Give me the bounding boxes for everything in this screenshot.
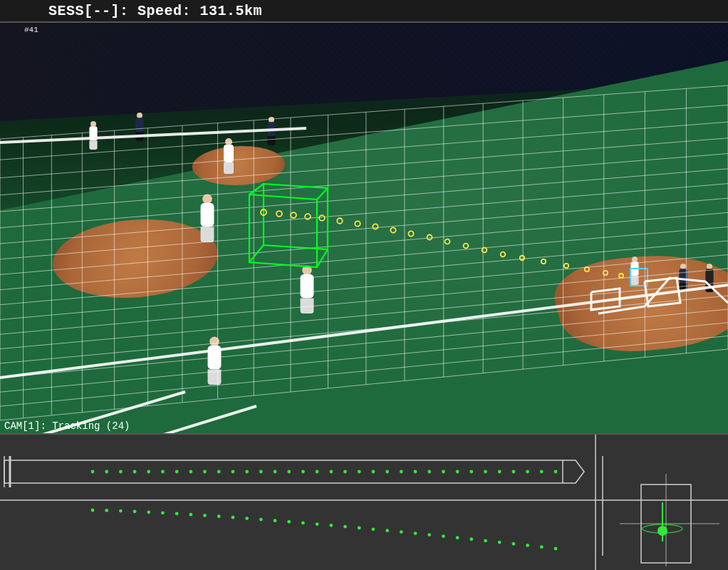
svg-point-131	[287, 520, 291, 524]
svg-point-132	[301, 522, 305, 525]
session-prefix: SESS[	[48, 3, 93, 19]
svg-point-146	[498, 541, 501, 544]
svg-point-91	[203, 470, 207, 474]
svg-point-97	[287, 470, 291, 474]
svg-point-84	[105, 470, 108, 474]
svg-point-107	[427, 470, 431, 474]
svg-point-105	[400, 470, 403, 474]
speed-unit: km	[244, 3, 262, 19]
svg-point-120	[133, 509, 137, 513]
svg-point-124	[189, 513, 192, 517]
svg-point-127	[232, 516, 235, 519]
svg-point-104	[385, 470, 389, 474]
svg-point-140	[414, 532, 417, 535]
svg-point-145	[484, 539, 487, 543]
cam-state: Tracking	[52, 420, 100, 432]
svg-point-142	[442, 534, 445, 538]
svg-point-149	[540, 545, 544, 549]
frame-number-value: 41	[29, 26, 38, 34]
svg-point-141	[427, 533, 431, 537]
svg-point-83	[91, 470, 95, 474]
svg-rect-72	[4, 460, 563, 483]
svg-line-41	[0, 128, 306, 142]
svg-point-123	[175, 512, 179, 516]
status-bar: SESS[--]: Speed: 131.5km	[0, 0, 728, 21]
speed-value: 131.5	[200, 3, 245, 19]
svg-point-85	[119, 470, 123, 474]
svg-point-138	[385, 529, 389, 532]
home-plate-marker	[630, 268, 648, 286]
svg-point-92	[217, 470, 221, 474]
svg-point-125	[203, 514, 207, 517]
svg-point-110	[469, 470, 473, 474]
svg-point-89	[175, 470, 179, 474]
svg-point-148	[526, 544, 529, 547]
svg-point-119	[119, 509, 123, 513]
camera-status: CAM[1]: Tracking (24)	[4, 420, 130, 432]
session-id: --	[93, 3, 111, 19]
tracking-video-panel[interactable]: #41 CAM[1]: Tracking (24)	[0, 21, 728, 435]
svg-point-147	[512, 542, 516, 546]
svg-point-115	[540, 470, 544, 474]
outfielder-center	[265, 117, 278, 145]
svg-point-101	[343, 470, 347, 474]
svg-point-96	[274, 470, 277, 474]
svg-point-116	[554, 470, 558, 474]
svg-point-150	[554, 547, 558, 551]
svg-point-93	[232, 470, 235, 474]
speed-label: Speed:	[137, 3, 200, 19]
svg-point-106	[414, 470, 417, 474]
svg-point-122	[161, 511, 165, 514]
outfielder-left	[87, 121, 100, 150]
svg-point-136	[358, 527, 361, 530]
svg-point-143	[456, 536, 459, 539]
session-suffix: ]:	[111, 3, 138, 19]
svg-point-108	[442, 470, 445, 474]
cam-count: 24	[112, 420, 124, 432]
svg-point-103	[372, 470, 375, 474]
svg-point-126	[217, 514, 221, 518]
svg-point-111	[484, 470, 487, 474]
svg-point-98	[301, 470, 305, 474]
frame-number: #41	[24, 26, 38, 34]
svg-point-117	[91, 509, 95, 512]
svg-point-114	[526, 470, 529, 474]
svg-point-102	[358, 470, 361, 474]
svg-point-130	[274, 519, 277, 522]
svg-point-90	[189, 470, 192, 474]
svg-point-135	[343, 525, 347, 529]
svg-point-133	[316, 522, 319, 526]
svg-point-129	[259, 518, 263, 522]
svg-point-109	[456, 470, 459, 474]
cam-suffix: ]:	[34, 420, 52, 432]
cam-id: 1	[28, 420, 34, 432]
svg-point-87	[147, 470, 150, 474]
svg-point-118	[105, 509, 108, 512]
svg-point-134	[329, 524, 333, 527]
svg-point-137	[372, 527, 375, 531]
umpire-field	[133, 113, 146, 141]
frame-number-prefix: #	[24, 26, 29, 34]
svg-point-113	[512, 470, 516, 474]
schematic-overlay	[0, 435, 728, 570]
svg-point-144	[469, 537, 473, 541]
svg-point-128	[245, 517, 249, 520]
svg-point-99	[316, 470, 319, 474]
svg-point-139	[400, 530, 403, 534]
cam-prefix: CAM[	[4, 420, 28, 432]
svg-point-88	[161, 470, 165, 474]
svg-point-86	[133, 470, 137, 474]
trajectory-schematic-panel[interactable]	[0, 435, 728, 570]
svg-point-100	[329, 470, 333, 474]
svg-point-121	[147, 510, 150, 514]
svg-point-112	[498, 470, 501, 474]
svg-point-95	[259, 470, 263, 474]
svg-point-94	[245, 470, 249, 474]
